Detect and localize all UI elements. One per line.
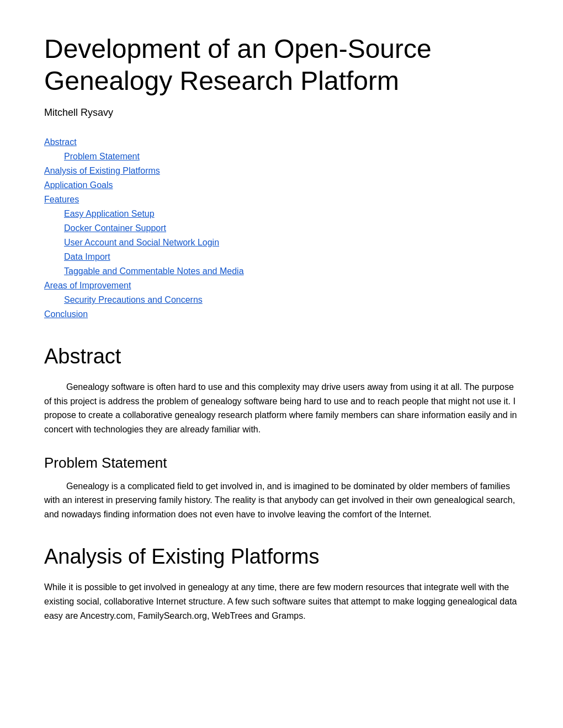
toc-item-abstract[interactable]: Abstract	[44, 136, 519, 149]
toc-item-features[interactable]: Features	[44, 193, 519, 206]
toc-item-areas-improvement[interactable]: Areas of Improvement	[44, 279, 519, 292]
abstract-heading: Abstract	[44, 341, 519, 372]
abstract-body: Genealogy software is often hard to use …	[44, 380, 519, 436]
problem-statement-heading: Problem Statement	[44, 452, 519, 474]
problem-statement-body: Genealogy is a complicated field to get …	[44, 479, 519, 522]
toc-item-analysis[interactable]: Analysis of Existing Platforms	[44, 164, 519, 178]
toc-item-docker[interactable]: Docker Container Support	[44, 222, 519, 235]
toc-item-application-goals[interactable]: Application Goals	[44, 179, 519, 192]
toc-item-problem-statement[interactable]: Problem Statement	[44, 150, 519, 163]
page-title: Development of an Open-Source Genealogy …	[44, 33, 519, 97]
toc-item-security[interactable]: Security Precautions and Concerns	[44, 293, 519, 307]
table-of-contents: Abstract Problem Statement Analysis of E…	[44, 136, 519, 321]
toc-item-user-account[interactable]: User Account and Social Network Login	[44, 236, 519, 249]
toc-item-taggable[interactable]: Taggable and Commentable Notes and Media	[44, 265, 519, 278]
toc-item-data-import[interactable]: Data Import	[44, 250, 519, 264]
toc-item-easy-setup[interactable]: Easy Application Setup	[44, 207, 519, 221]
analysis-body: While it is possible to get involved in …	[44, 580, 519, 623]
analysis-heading: Analysis of Existing Platforms	[44, 541, 519, 572]
toc-item-conclusion[interactable]: Conclusion	[44, 308, 519, 321]
author-name: Mitchell Rysavy	[44, 105, 519, 120]
